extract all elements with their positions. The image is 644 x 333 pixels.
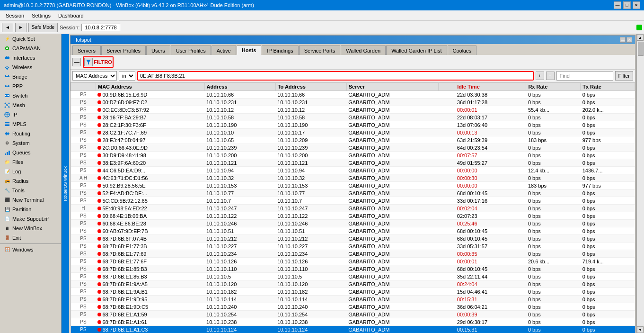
table-row[interactable]: PS 68:7D:6B:E1:A1:61 10.10.10.238 10.10.… bbox=[71, 318, 635, 326]
table-row[interactable]: PS 60:AB:67:9D:EF:7B 10.10.10.51 10.10.1… bbox=[71, 227, 635, 235]
tab-walled-garden[interactable]: Walled Garden bbox=[341, 45, 386, 55]
table-row[interactable]: PS 68:7D:6B:E1:77:6F 10.10.10.126 10.10.… bbox=[71, 258, 635, 265]
sidebar-item-ip[interactable]: IP bbox=[0, 110, 61, 119]
table-row[interactable]: PS 68:7D:6B:E1:9D:95 10.10.10.114 10.10.… bbox=[71, 296, 635, 303]
table-row[interactable]: PS 38:E3:9F:6A:60:20 10.10.10.121 10.10.… bbox=[71, 159, 635, 167]
sidebar-item-bridge[interactable]: Bridge bbox=[0, 72, 61, 81]
table-row[interactable]: PS 68:7D:6B:6F:07:4B 10.10.10.212 10.10.… bbox=[71, 235, 635, 243]
table-row[interactable]: PS 68:7D:6B:E1:77:3B 10.10.10.227 10.10.… bbox=[71, 243, 635, 250]
col-header-server[interactable]: Server bbox=[346, 83, 438, 91]
tab-server-profiles[interactable]: Server Profiles bbox=[101, 45, 146, 55]
table-row[interactable]: PS 68:7D:6B:E1:85:B3 10.10.10.5 10.10.10… bbox=[71, 273, 635, 280]
maximize-button[interactable]: □ bbox=[623, 1, 631, 9]
sidebar-item-mpls[interactable]: MPLS bbox=[0, 119, 61, 129]
table-row[interactable]: PS 28:C2:1F:30:F3:6F 10.10.10.190 10.10.… bbox=[71, 121, 635, 129]
sidebar-item-ppp[interactable]: PPP bbox=[0, 81, 61, 91]
table-row[interactable]: PS 60:68:4E:1B:06:BA 10.10.10.122 10.10.… bbox=[71, 212, 635, 220]
find-input[interactable] bbox=[556, 71, 613, 81]
table-row[interactable]: PS 52:F4:AD:BC:DF:... 10.10.10.77 10.10.… bbox=[71, 189, 635, 197]
sidebar-item-partition[interactable]: 💾 Partition bbox=[0, 205, 61, 214]
col-header-rx[interactable]: Rx Rate bbox=[526, 83, 581, 91]
scroll-up-button[interactable]: ▲ bbox=[637, 34, 644, 41]
hotspot-close[interactable]: ✕ bbox=[626, 37, 632, 43]
filter-button[interactable]: Filter bbox=[615, 71, 633, 81]
sidebar-item-files[interactable]: 📁 Files bbox=[0, 157, 61, 167]
table-row[interactable]: PS 30:D9:D9:48:41:98 10.10.10.200 10.10.… bbox=[71, 152, 635, 159]
col-header-tx[interactable]: Tx Rate bbox=[581, 83, 635, 91]
close-button[interactable]: ✕ bbox=[633, 1, 640, 9]
table-row[interactable]: PS 68:7D:6B:E1:9A:B1 10.10.10.182 10.10.… bbox=[71, 288, 635, 296]
scroll-thumb[interactable] bbox=[638, 42, 644, 56]
sidebar-item-system[interactable]: ⚙ System bbox=[0, 138, 61, 148]
hotspot-minimize[interactable]: — bbox=[620, 37, 626, 43]
sidebar-item-log[interactable]: 📝 Log bbox=[0, 167, 61, 176]
scroll-down-button[interactable]: ▼ bbox=[637, 326, 644, 333]
col-header-addr[interactable]: Address bbox=[204, 83, 275, 91]
table-row[interactable]: PS 28:E3:47:0B:04:97 10.10.10.65 10.10.1… bbox=[71, 136, 635, 144]
menu-session[interactable]: Session bbox=[2, 12, 28, 19]
sidebar-item-wireless[interactable]: Wireless bbox=[0, 63, 61, 72]
filter-field-select[interactable]: MAC Address bbox=[72, 71, 117, 81]
sidebar-item-interfaces[interactable]: Interfaces bbox=[0, 53, 61, 63]
sidebar-item-routing[interactable]: Routing bbox=[0, 129, 61, 138]
sidebar-item-new-winbox[interactable]: 🖥 New WinBox bbox=[0, 224, 61, 233]
col-header-mac[interactable]: MAC Address bbox=[96, 83, 204, 91]
col-header-toaddr[interactable]: To Address bbox=[275, 83, 346, 91]
row-server: GABARITO_ADM bbox=[346, 296, 438, 303]
tab-service-ports[interactable]: Service Ports bbox=[299, 45, 340, 55]
col-header-idle[interactable]: Idle Time bbox=[455, 83, 526, 91]
tab-hosts[interactable]: Hosts bbox=[237, 45, 262, 55]
add-filter-button[interactable]: + bbox=[536, 72, 544, 80]
sidebar-item-queues[interactable]: Queues bbox=[0, 148, 61, 157]
table-row[interactable]: PS 2C:D0:66:43:0E:9D 10.10.10.239 10.10.… bbox=[71, 144, 635, 152]
filter-icon-button[interactable] bbox=[84, 58, 93, 66]
sidebar-item-exit[interactable]: 🚪 Exit bbox=[0, 233, 61, 243]
table-row[interactable]: PS 60:68:4E:86:BE:28 10.10.10.246 10.10.… bbox=[71, 220, 635, 227]
minimize-button[interactable]: — bbox=[614, 1, 621, 9]
remove-filter-button[interactable]: − bbox=[546, 72, 555, 80]
tab-servers[interactable]: Servers bbox=[72, 45, 101, 55]
sidebar-item-quick-set[interactable]: ⚡ Quick Set bbox=[0, 34, 61, 44]
sidebar-item-tools[interactable]: 🔧 Tools bbox=[0, 186, 61, 195]
sidebar-item-windows[interactable]: 🪟 Windows bbox=[0, 245, 61, 254]
table-row[interactable]: PS 28:16:7F:BA:29:B7 10.10.10.58 10.10.1… bbox=[71, 114, 635, 121]
tab-ip-bindings[interactable]: IP Bindings bbox=[262, 45, 298, 55]
forward-button[interactable]: ► bbox=[15, 23, 26, 32]
tab-cookies[interactable]: Cookies bbox=[448, 45, 477, 55]
filter-value-input[interactable] bbox=[137, 71, 534, 81]
col-header-flag[interactable] bbox=[71, 83, 96, 91]
table-row[interactable]: PS 28:C2:1F:7C:7F:69 10.10.10.10 10.10.1… bbox=[71, 129, 635, 136]
safe-mode-button[interactable]: Safe Mode bbox=[28, 23, 58, 32]
tab-user-profiles[interactable]: User Profiles bbox=[171, 45, 211, 55]
tab-walled-garden-ip[interactable]: Walled Garden IP List bbox=[386, 45, 447, 55]
table-row[interactable]: PS 68:7D:6B:E1:A1:59 10.10.10.254 10.10.… bbox=[71, 311, 635, 318]
sidebar-item-radius[interactable]: 📻 Radius bbox=[0, 176, 61, 186]
table-row[interactable]: PS 00:D7:6D:09:F7:C2 10.10.10.231 10.10.… bbox=[71, 99, 635, 106]
filter-operator-select[interactable]: in bbox=[119, 71, 135, 81]
sidebar-item-switch[interactable]: Switch bbox=[0, 91, 61, 100]
table-row[interactable]: A H 4C:63:71:DC:D1:56 10.10.10.32 10.10.… bbox=[71, 174, 635, 182]
sidebar-item-mesh[interactable]: Mesh bbox=[0, 100, 61, 110]
col-header-mark[interactable] bbox=[438, 83, 455, 91]
right-scrollbar[interactable]: ▲ ▼ bbox=[636, 34, 644, 333]
table-row[interactable]: PS 68:7D:6B:E1:9D:C5 10.10.10.240 10.10.… bbox=[71, 303, 635, 311]
table-row[interactable]: PS 44:C6:5D:EA:D9:... 10.10.10.94 10.10.… bbox=[71, 167, 635, 174]
menu-dashboard[interactable]: Dashboard bbox=[54, 12, 88, 19]
back-button[interactable]: ◄ bbox=[2, 23, 13, 32]
table-row[interactable]: PS 68:7D:6B:E1:9A:A5 10.10.10.120 10.10.… bbox=[71, 280, 635, 288]
table-row[interactable]: PS 50:92:B9:28:56:5E 10.10.10.153 10.10.… bbox=[71, 182, 635, 189]
tab-active[interactable]: Active bbox=[212, 45, 236, 55]
minus-button[interactable]: — bbox=[72, 58, 81, 66]
table-row[interactable]: H 5E:40:98:5A:ED:22 10.10.10.247 10.10.1… bbox=[71, 205, 635, 212]
menu-settings[interactable]: Settings bbox=[28, 12, 54, 19]
table-row[interactable]: PS 68:7D:6B:E1:85:B3 10.10.10.110 10.10.… bbox=[71, 265, 635, 273]
table-row[interactable]: PS 5C:CD:5B:92:12:65 10.10.10.7 10.10.10… bbox=[71, 197, 635, 205]
sidebar-item-capsman[interactable]: CAPsMAAN bbox=[0, 44, 61, 53]
sidebar-item-make-supout[interactable]: 📄 Make Supout.rif bbox=[0, 214, 61, 224]
table-row[interactable]: PS 00:9D:6B:15:E6:9D 10.10.10.66 10.10.1… bbox=[71, 91, 635, 99]
table-row[interactable]: PS 68:7D:6B:E1:77:69 10.10.10.234 10.10.… bbox=[71, 250, 635, 258]
table-row[interactable]: PS 68:7D:6B:E1:A1:C3 10.10.10.124 10.10.… bbox=[71, 326, 635, 333]
tab-users[interactable]: Users bbox=[146, 45, 170, 55]
sidebar-item-new-terminal[interactable]: ⬛ New Terminal bbox=[0, 195, 61, 205]
table-row[interactable]: PS 0C:EC:8D:C3:B7:92 10.10.10.12 10.10.1… bbox=[71, 106, 635, 114]
